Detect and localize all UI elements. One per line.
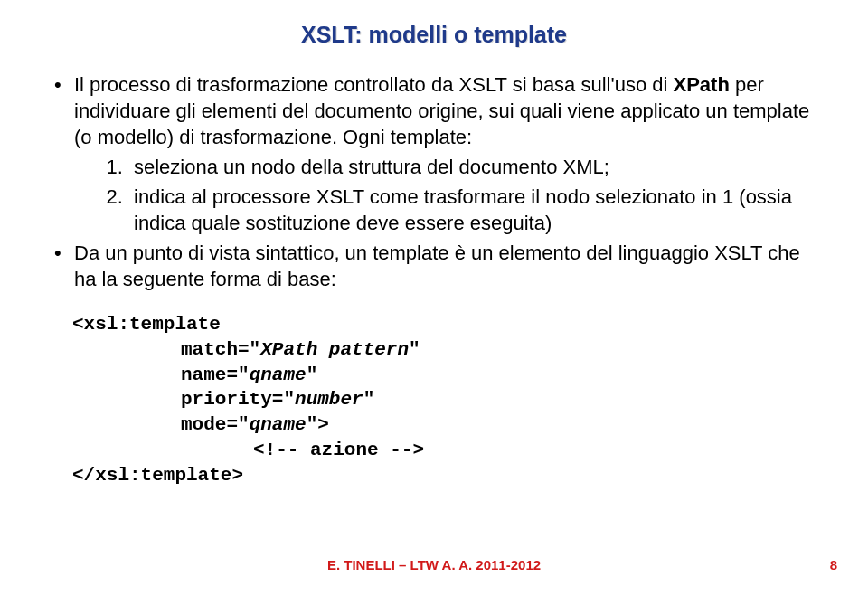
numbered-item-1: seleziona un nodo della struttura del do… [128, 154, 814, 180]
code-line-1: <xsl:template [72, 312, 814, 337]
code-l5b: qname [250, 414, 307, 435]
code-l4b: number [295, 389, 363, 410]
code-l4c: " [363, 389, 375, 410]
code-line-2: match="XPath pattern" [181, 337, 814, 363]
code-l3a: name=" [181, 364, 250, 385]
code-line-4: priority="number" [181, 387, 814, 412]
code-l5a: mode=" [181, 414, 250, 435]
bullet-1-bold: XPath [674, 73, 730, 96]
bullet-1: Il processo di trasformazione controllat… [54, 71, 814, 236]
code-l2b: XPath pattern [260, 339, 409, 360]
code-block: <xsl:template match="XPath pattern" name… [72, 312, 814, 487]
bullet-2: Da un punto di vista sintattico, un temp… [54, 240, 814, 292]
numbered-item-2: indica al processore XSLT come trasforma… [128, 184, 814, 236]
code-line-5: mode="qname"> [181, 412, 814, 438]
bullet-list: Il processo di trasformazione controllat… [54, 71, 814, 292]
code-l2c: " [409, 339, 420, 360]
slide-title: XSLT: modelli o template [54, 22, 814, 48]
code-l3c: " [307, 364, 318, 385]
code-l3b: qname [250, 364, 307, 385]
code-l5c: "> [307, 414, 329, 435]
numbered-list: seleziona un nodo della struttura del do… [74, 154, 814, 236]
code-l2a: match=" [181, 339, 260, 360]
code-l4a: priority=" [181, 389, 295, 410]
code-line-7: </xsl:template> [72, 463, 814, 488]
footer-text: E. TINELLI – LTW A. A. 2011-2012 [0, 557, 868, 572]
code-line-6: <!-- azione --> [253, 438, 814, 463]
page-number: 8 [830, 557, 837, 572]
code-line-3: name="qname" [181, 363, 814, 388]
bullet-1-pre: Il processo di trasformazione controllat… [74, 73, 674, 96]
